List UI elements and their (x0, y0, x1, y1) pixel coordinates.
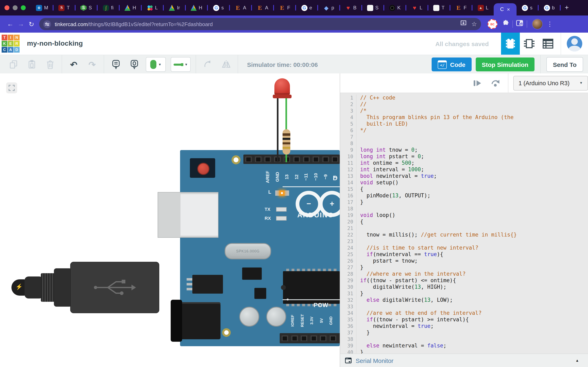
browser-tab[interactable]: Gs (208, 0, 229, 16)
color-dropdown[interactable]: ▼ (146, 57, 166, 72)
code-line[interactable]: 14void setup() (340, 179, 588, 186)
mirror-button[interactable] (220, 58, 232, 71)
code-line[interactable]: 20{ (340, 218, 588, 225)
code-line[interactable]: 27} (340, 264, 588, 271)
browser-tab[interactable]: ∫fi (98, 0, 119, 16)
code-line[interactable]: 9long int tnow = 0; (340, 147, 588, 153)
browser-tab[interactable]: H (186, 0, 207, 16)
code-line[interactable]: 39 else newinterval = false; (340, 342, 588, 349)
code-line[interactable]: 8 (340, 140, 588, 147)
code-line[interactable]: 13bool newinterval = true; (340, 173, 588, 179)
resistor[interactable] (283, 129, 290, 155)
rotate-button[interactable] (201, 58, 214, 71)
browser-tab[interactable]: S (362, 0, 383, 16)
usb-cable-ribs[interactable] (41, 273, 55, 302)
pin-socket[interactable] (302, 156, 310, 163)
usb-cable-connector[interactable] (70, 262, 159, 313)
component-list-view-button[interactable] (539, 33, 557, 55)
browser-tab[interactable]: SS (76, 0, 97, 16)
code-line[interactable]: 11int ontime = 500; (340, 160, 588, 166)
browser-tab[interactable]: Gb (539, 0, 560, 16)
onboard-led-l[interactable] (275, 191, 289, 196)
browser-tab[interactable]: Ge (296, 0, 317, 16)
code-line[interactable]: 10long int pstart = 0; (340, 153, 588, 160)
fullscreen-window-button[interactable] (21, 5, 26, 10)
paste-button[interactable] (25, 58, 38, 71)
small-ic[interactable] (254, 288, 266, 299)
collapse-caret-icon[interactable]: ▲ (575, 359, 579, 363)
design-title[interactable]: my-non-blocking (27, 40, 83, 48)
pin-socket[interactable] (300, 335, 308, 342)
code-line[interactable]: 29if((tnow - pstart) <= ontime){ (340, 277, 588, 284)
pin-socket[interactable] (312, 156, 320, 163)
browser-tab[interactable]: H (120, 0, 141, 16)
code-line[interactable]: 31} (340, 290, 588, 297)
send-to-button[interactable]: Send To (546, 57, 583, 72)
step-over-button[interactable] (489, 76, 502, 90)
notes-button[interactable] (109, 58, 122, 71)
code-line[interactable]: 34 //are we at the end of the interval? (340, 310, 588, 317)
new-tab-button[interactable]: + (565, 4, 569, 12)
wire-type-dropdown[interactable]: ▼ (171, 57, 191, 72)
code-line[interactable]: 15{ (340, 186, 588, 192)
code-editor[interactable]: 1// C++ code2//3/*4 This program blinks … (340, 92, 588, 354)
browser-profile-avatar[interactable] (532, 19, 543, 29)
digital-pin-header[interactable] (243, 155, 340, 164)
code-line[interactable]: 12int interval = 1000; (340, 166, 588, 173)
code-line[interactable]: 2// (340, 101, 588, 108)
pin-socket[interactable] (264, 156, 272, 163)
browser-tab[interactable]: ▲L (472, 0, 494, 16)
delete-button[interactable] (44, 58, 56, 71)
pin-socket[interactable] (254, 156, 262, 163)
browser-tab[interactable]: EA (252, 0, 273, 16)
cathode-wire-black[interactable] (277, 97, 278, 162)
power-jack[interactable] (171, 300, 221, 342)
code-line[interactable]: 30 digitalWrite(13, HIGH); (340, 284, 588, 290)
pin-socket[interactable] (320, 335, 327, 342)
extensions-puzzle-icon[interactable] (502, 20, 509, 28)
browser-tab[interactable]: ◆p (318, 0, 339, 16)
forward-button[interactable]: → (16, 19, 26, 29)
board-select-dropdown[interactable]: 1 (Arduino Uno R3) ▼ (513, 76, 588, 90)
stop-simulation-button[interactable]: Stop Simulation (476, 58, 535, 71)
code-line[interactable]: 25 if(newinterval == true){ (340, 251, 588, 258)
code-line[interactable]: 26 pstart = tnow; (340, 258, 588, 264)
browser-tab[interactable]: ♥B (340, 0, 361, 16)
back-button[interactable]: ← (5, 19, 16, 29)
pin-socket[interactable] (281, 335, 289, 342)
anode-wire-green[interactable] (285, 153, 287, 162)
minimize-window-button[interactable] (13, 5, 17, 10)
reset-button-component[interactable] (190, 158, 215, 178)
breadboard-view-button[interactable] (501, 33, 520, 55)
reload-button[interactable]: ↻ (26, 19, 37, 29)
pin-socket[interactable] (329, 335, 337, 342)
code-line[interactable]: 1// C++ code (340, 95, 588, 101)
code-line[interactable]: 3/* (340, 108, 588, 114)
copy-button[interactable] (7, 58, 20, 71)
browser-tab[interactable]: ST (53, 0, 75, 16)
voltage-regulator[interactable] (192, 275, 223, 294)
serial-monitor-bar[interactable]: Serial Monitor ▲ (340, 354, 588, 367)
usb-cable-plug[interactable] (25, 276, 43, 299)
atmega328-chip[interactable] (283, 271, 340, 304)
code-line[interactable]: 38 (340, 336, 588, 342)
usb-interface-chip[interactable] (242, 267, 262, 280)
close-window-button[interactable] (4, 5, 9, 10)
pin-socket[interactable] (291, 335, 298, 342)
pin-socket[interactable] (322, 156, 329, 163)
tab-search-icon[interactable] (516, 20, 523, 28)
code-line[interactable]: 23 (340, 238, 588, 245)
schematic-view-button[interactable] (520, 33, 539, 55)
debug-step-button[interactable] (471, 76, 484, 90)
code-button[interactable]: </ Code (432, 58, 472, 71)
code-line[interactable]: 19void loop() (340, 212, 588, 218)
crystal-oscillator[interactable]: SPK16.000G (225, 243, 271, 259)
led-red[interactable] (274, 78, 290, 95)
pin-socket[interactable] (331, 156, 339, 163)
code-line[interactable]: 18 (340, 206, 588, 212)
code-line[interactable]: 24 //is it time to start new interval? (340, 245, 588, 251)
bc-extension-icon[interactable]: BC (488, 19, 497, 29)
usb-cable-neck[interactable] (54, 268, 72, 307)
install-app-icon[interactable] (460, 20, 467, 28)
pin-socket[interactable] (293, 156, 301, 163)
